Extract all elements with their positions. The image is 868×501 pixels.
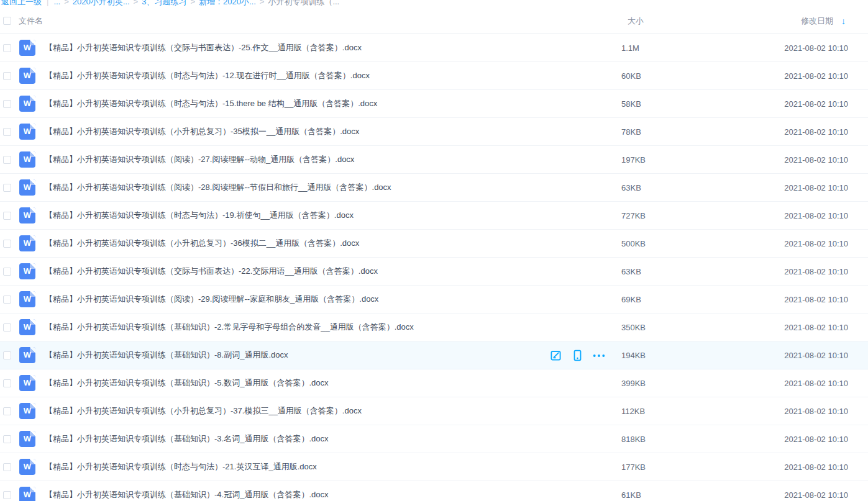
file-date: 2021-08-02 10:10 — [784, 155, 848, 165]
file-checkbox[interactable] — [3, 463, 11, 471]
breadcrumb-chevron: > — [260, 0, 265, 6]
table-row[interactable]: W 【精品】小升初英语知识专项训练（交际与书面表达）-25.作文__通用版（含答… — [0, 34, 868, 62]
word-letter: W — [19, 263, 35, 279]
breadcrumb-chevron: > — [64, 0, 69, 6]
table-row[interactable]: W 【精品】小升初英语知识专项训练（阅读）-28.阅读理解--节假日和旅行__通… — [0, 174, 868, 202]
file-name[interactable]: 【精品】小升初英语知识专项训练（阅读）-28.阅读理解--节假日和旅行__通用版… — [45, 182, 391, 193]
table-row[interactable]: W 【精品】小升初英语知识专项训练（时态与句法）-19.祈使句__通用版（含答案… — [0, 202, 868, 230]
table-row[interactable]: W 【精品】小升初英语知识专项训练（基础知识）-4.冠词_通用版（含答案）.do… — [0, 481, 868, 501]
file-name[interactable]: 【精品】小升初英语知识专项训练（基础知识）-4.冠词_通用版（含答案）.docx — [45, 489, 328, 500]
word-letter: W — [19, 347, 35, 363]
file-checkbox[interactable] — [3, 128, 11, 136]
file-name[interactable]: 【精品】小升初英语知识专项训练（基础知识）-8.副词_通用版.docx — [45, 350, 288, 361]
word-doc-icon: W — [19, 431, 35, 447]
file-size: 500KB — [621, 239, 646, 248]
breadcrumb-collapsed-link[interactable]: ... — [53, 0, 60, 6]
word-letter: W — [19, 68, 35, 84]
table-row[interactable]: W 【精品】小升初英语知识专项训练（阅读）-29.阅读理解--家庭和朋友_通用版… — [0, 286, 868, 314]
word-doc-icon: W — [19, 403, 35, 419]
table-row[interactable]: W 【精品】小升初英语知识专项训练（时态与句法）-15.there be 结构_… — [0, 90, 868, 118]
table-row[interactable]: W 【精品】小升初英语知识专项训练（小升初总复习）-37.模拟三__通用版（含答… — [0, 397, 868, 425]
word-doc-icon: W — [19, 68, 35, 84]
table-row[interactable]: W 【精品】小升初英语知识专项训练（基础知识）-3.名词_通用版（含答案）.do… — [0, 425, 868, 453]
file-checkbox[interactable] — [3, 72, 11, 80]
word-letter: W — [19, 291, 35, 307]
file-date: 2021-08-02 10:10 — [784, 183, 848, 192]
file-name[interactable]: 【精品】小升初英语知识专项训练（时态与句法）-21.英汉互译_通用版.docx — [45, 461, 317, 472]
select-all-checkbox[interactable] — [3, 17, 11, 25]
file-name[interactable]: 【精品】小升初英语知识专项训练（基础知识）-5.数词_通用版（含答案）.docx — [45, 377, 328, 389]
file-name[interactable]: 【精品】小升初英语知识专项训练（交际与书面表达）-25.作文__通用版（含答案）… — [45, 42, 362, 53]
word-doc-icon: W — [19, 375, 35, 391]
file-name[interactable]: 【精品】小升初英语知识专项训练（时态与句法）-15.there be 结构__通… — [45, 98, 377, 109]
file-checkbox[interactable] — [3, 100, 11, 108]
file-name[interactable]: 【精品】小升初英语知识专项训练（阅读）-29.阅读理解--家庭和朋友_通用版（含… — [45, 294, 378, 305]
breadcrumb-item-3[interactable]: 新增：2020小... — [199, 0, 256, 6]
file-checkbox[interactable] — [3, 407, 11, 415]
file-checkbox[interactable] — [3, 435, 11, 443]
word-doc-icon: W — [19, 235, 35, 251]
table-row[interactable]: W 【精品】小升初英语知识专项训练（小升初总复习）-35模拟一__通用版（含答案… — [0, 118, 868, 146]
table-row[interactable]: W 【精品】小升初英语知识专项训练（基础知识）-8.副词_通用版.docx 19… — [0, 341, 868, 369]
table-row[interactable]: W 【精品】小升初英语知识专项训练（小升初总复习）-36模拟二__通用版（含答案… — [0, 230, 868, 258]
file-date: 2021-08-02 10:10 — [784, 239, 848, 248]
file-checkbox[interactable] — [3, 268, 11, 276]
word-letter: W — [19, 207, 35, 223]
file-name[interactable]: 【精品】小升初英语知识专项训练（阅读）-27.阅读理解--动物_通用版（含答案）… — [45, 154, 354, 165]
rename-icon[interactable] — [549, 350, 562, 362]
table-row[interactable]: W 【精品】小升初英语知识专项训练（时态与句法）-21.英汉互译_通用版.doc… — [0, 453, 868, 481]
file-date: 2021-08-02 10:10 — [784, 351, 848, 360]
send-to-phone-icon[interactable] — [571, 350, 583, 362]
more-actions-icon[interactable] — [593, 350, 605, 362]
file-checkbox[interactable] — [3, 44, 11, 52]
word-letter: W — [19, 40, 35, 56]
file-name[interactable]: 【精品】小升初英语知识专项训练（基础知识）-2.常见字母和字母组合的发音__通用… — [45, 322, 414, 333]
file-checkbox[interactable] — [3, 323, 11, 332]
file-checkbox[interactable] — [3, 240, 11, 248]
breadcrumb-bar-separator: | — [47, 0, 48, 6]
breadcrumb-back-link[interactable]: 返回上一级 — [1, 0, 42, 6]
word-letter: W — [19, 459, 35, 475]
file-size: 350KB — [621, 323, 646, 332]
word-doc-icon: W — [19, 319, 35, 335]
file-date: 2021-08-02 10:10 — [784, 211, 848, 220]
word-letter: W — [19, 487, 35, 501]
file-checkbox[interactable] — [3, 379, 11, 387]
file-checkbox[interactable] — [3, 351, 11, 359]
file-checkbox[interactable] — [3, 156, 11, 164]
file-checkbox[interactable] — [3, 184, 11, 192]
breadcrumb-item-1[interactable]: 2020小升初英... — [73, 0, 130, 6]
word-letter: W — [19, 96, 35, 112]
breadcrumb-item-2[interactable]: 3、习题练习 — [142, 0, 186, 6]
table-row[interactable]: W 【精品】小升初英语知识专项训练（交际与书面表达）-22.交际用语__通用版（… — [0, 258, 868, 286]
breadcrumb-current-folder: 小升初专项训练（... — [268, 0, 339, 6]
word-letter: W — [19, 179, 35, 196]
file-name[interactable]: 【精品】小升初英语知识专项训练（时态与句法）-12.现在进行时__通用版（含答案… — [45, 70, 370, 81]
file-date: 2021-08-02 10:10 — [784, 43, 848, 53]
word-doc-icon: W — [19, 179, 35, 196]
table-row[interactable]: W 【精品】小升初英语知识专项训练（阅读）-27.阅读理解--动物_通用版（含答… — [0, 146, 868, 174]
sort-descending-icon[interactable]: ↓ — [841, 16, 846, 26]
table-row[interactable]: W 【精品】小升初英语知识专项训练（时态与句法）-12.现在进行时__通用版（含… — [0, 62, 868, 90]
file-name[interactable]: 【精品】小升初英语知识专项训练（交际与书面表达）-22.交际用语__通用版（含答… — [45, 266, 378, 277]
file-size: 78KB — [621, 127, 641, 137]
file-name[interactable]: 【精品】小升初英语知识专项训练（小升初总复习）-37.模拟三__通用版（含答案）… — [45, 405, 362, 417]
file-name[interactable]: 【精品】小升初英语知识专项训练（小升初总复习）-36模拟二__通用版（含答案）.… — [45, 238, 359, 249]
table-row[interactable]: W 【精品】小升初英语知识专项训练（基础知识）-2.常见字母和字母组合的发音__… — [0, 314, 868, 341]
file-checkbox[interactable] — [3, 491, 11, 499]
file-name[interactable]: 【精品】小升初英语知识专项训练（时态与句法）-19.祈使句__通用版（含答案）.… — [45, 210, 354, 221]
column-header-size[interactable]: 大小 — [628, 16, 644, 27]
word-doc-icon: W — [19, 459, 35, 475]
word-letter: W — [19, 151, 35, 168]
file-checkbox[interactable] — [3, 296, 11, 304]
file-name[interactable]: 【精品】小升初英语知识专项训练（基础知识）-3.名词_通用版（含答案）.docx — [45, 433, 328, 445]
file-checkbox[interactable] — [3, 212, 11, 220]
column-header-filename[interactable]: 文件名 — [19, 16, 43, 27]
word-letter: W — [19, 319, 35, 335]
table-row[interactable]: W 【精品】小升初英语知识专项训练（基础知识）-5.数词_通用版（含答案）.do… — [0, 369, 868, 397]
file-size: 818KB — [621, 435, 646, 444]
file-date: 2021-08-02 10:10 — [784, 379, 848, 388]
file-size: 69KB — [621, 295, 641, 304]
column-header-date[interactable]: 修改日期 — [801, 16, 833, 27]
file-name[interactable]: 【精品】小升初英语知识专项训练（小升初总复习）-35模拟一__通用版（含答案）.… — [45, 126, 359, 137]
